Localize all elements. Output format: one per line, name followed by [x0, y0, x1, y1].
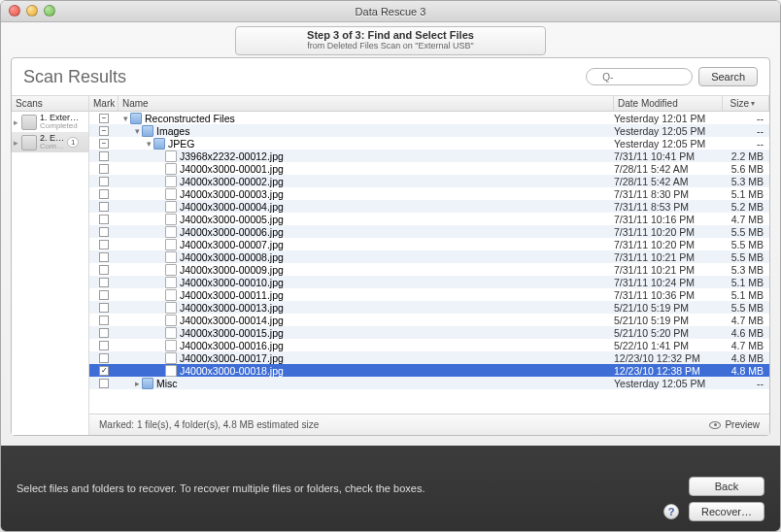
checkbox-icon[interactable]	[99, 379, 109, 388]
checkbox-icon[interactable]	[99, 227, 109, 237]
name-cell[interactable]: J4000x3000-00018.jpg	[119, 365, 614, 377]
name-cell[interactable]: J4000x3000-00011.jpg	[119, 289, 614, 301]
mark-cell[interactable]: −	[89, 114, 119, 123]
col-name[interactable]: Name	[119, 96, 614, 111]
name-cell[interactable]: J4000x3000-00003.jpg	[119, 188, 614, 200]
zoom-icon[interactable]	[44, 5, 55, 17]
table-row[interactable]: − ▾ Images Yesterday 12:05 PM --	[89, 124, 769, 137]
file-rows[interactable]: − ▾ Reconstructed Files Yesterday 12:01 …	[89, 112, 769, 414]
checkbox-icon[interactable]	[99, 202, 109, 212]
mark-cell[interactable]	[89, 379, 119, 388]
name-cell[interactable]: ▾ Images	[119, 125, 614, 137]
mark-cell[interactable]	[89, 303, 119, 313]
checkbox-icon[interactable]	[99, 215, 109, 224]
name-cell[interactable]: J3968x2232-00012.jpg	[119, 150, 614, 162]
table-row[interactable]: ▸ Misc Yesterday 12:05 PM --	[89, 377, 769, 389]
mark-cell[interactable]	[89, 328, 119, 338]
preview-button[interactable]: Preview	[709, 419, 760, 430]
table-row[interactable]: J4000x3000-00015.jpg 5/21/10 5:20 PM 4.6…	[89, 326, 769, 339]
table-row[interactable]: J4000x3000-00011.jpg 7/31/11 10:36 PM 5.…	[89, 288, 769, 301]
scan-item-1[interactable]: ▸ 2. E…Com… 1	[12, 132, 88, 152]
name-cell[interactable]: J4000x3000-00005.jpg	[119, 214, 614, 225]
name-cell[interactable]: ▸ Misc	[119, 378, 614, 389]
checkbox-icon[interactable]: ✓	[99, 366, 109, 376]
name-cell[interactable]: J4000x3000-00007.jpg	[119, 239, 614, 250]
search-button[interactable]: Search	[698, 67, 758, 86]
checkbox-icon[interactable]	[99, 303, 109, 313]
checkbox-icon[interactable]	[99, 353, 109, 363]
checkbox-icon[interactable]	[99, 151, 109, 161]
help-button[interactable]: ?	[663, 504, 679, 519]
mark-cell[interactable]: ✓	[89, 366, 119, 376]
table-row[interactable]: J3968x2232-00012.jpg 7/31/11 10:41 PM 2.…	[89, 150, 769, 162]
name-cell[interactable]: J4000x3000-00013.jpg	[119, 302, 614, 314]
table-row[interactable]: J4000x3000-00004.jpg 7/31/11 8:53 PM 5.2…	[89, 200, 769, 213]
name-cell[interactable]: ▾ Reconstructed Files	[119, 113, 614, 124]
table-row[interactable]: ✓ J4000x3000-00018.jpg 12/23/10 12:38 PM…	[89, 364, 769, 377]
col-size[interactable]: Size▾	[723, 96, 769, 111]
name-cell[interactable]: J4000x3000-00008.jpg	[119, 251, 614, 263]
table-row[interactable]: J4000x3000-00001.jpg 7/28/11 5:42 AM 5.6…	[89, 162, 769, 175]
checkbox-icon[interactable]: −	[99, 114, 109, 123]
table-row[interactable]: − ▾ Reconstructed Files Yesterday 12:01 …	[89, 112, 769, 124]
name-cell[interactable]: J4000x3000-00006.jpg	[119, 226, 614, 238]
table-row[interactable]: J4000x3000-00005.jpg 7/31/11 10:16 PM 4.…	[89, 213, 769, 225]
minimize-icon[interactable]	[26, 5, 38, 17]
table-row[interactable]: J4000x3000-00009.jpg 7/31/11 10:21 PM 5.…	[89, 263, 769, 276]
disclosure-icon[interactable]: ▾	[120, 114, 130, 123]
table-row[interactable]: J4000x3000-00007.jpg 7/31/11 10:20 PM 5.…	[89, 238, 769, 250]
checkbox-icon[interactable]	[99, 328, 109, 338]
name-cell[interactable]: J4000x3000-00014.jpg	[119, 315, 614, 326]
disclosure-icon[interactable]: ▾	[144, 139, 153, 149]
table-row[interactable]: − ▾ JPEG Yesterday 12:05 PM --	[89, 137, 769, 150]
table-row[interactable]: J4000x3000-00008.jpg 7/31/11 10:21 PM 5.…	[89, 250, 769, 263]
name-cell[interactable]: J4000x3000-00016.jpg	[119, 340, 614, 351]
checkbox-icon[interactable]	[99, 316, 109, 325]
name-cell[interactable]: J4000x3000-00001.jpg	[119, 163, 614, 175]
table-row[interactable]: J4000x3000-00010.jpg 7/31/11 10:24 PM 5.…	[89, 276, 769, 288]
mark-cell[interactable]	[89, 265, 119, 275]
mark-cell[interactable]: −	[89, 126, 119, 136]
mark-cell[interactable]	[89, 290, 119, 300]
table-row[interactable]: J4000x3000-00006.jpg 7/31/11 10:20 PM 5.…	[89, 225, 769, 238]
mark-cell[interactable]	[89, 341, 119, 350]
mark-cell[interactable]	[89, 202, 119, 212]
table-row[interactable]: J4000x3000-00002.jpg 7/28/11 5:42 AM 5.3…	[89, 175, 769, 187]
table-row[interactable]: J4000x3000-00014.jpg 5/21/10 5:19 PM 4.7…	[89, 314, 769, 326]
name-cell[interactable]: J4000x3000-00010.jpg	[119, 277, 614, 288]
col-date[interactable]: Date Modified	[614, 96, 723, 111]
table-row[interactable]: J4000x3000-00016.jpg 5/22/10 1:41 PM 4.7…	[89, 339, 769, 351]
mark-cell[interactable]	[89, 215, 119, 224]
name-cell[interactable]: J4000x3000-00015.jpg	[119, 327, 614, 339]
mark-cell[interactable]	[89, 151, 119, 161]
mark-cell[interactable]	[89, 252, 119, 262]
mark-cell[interactable]	[89, 227, 119, 237]
checkbox-icon[interactable]	[99, 252, 109, 262]
checkbox-icon[interactable]	[99, 341, 109, 350]
mark-cell[interactable]	[89, 278, 119, 287]
checkbox-icon[interactable]: −	[99, 139, 109, 149]
mark-cell[interactable]	[89, 189, 119, 199]
mark-cell[interactable]	[89, 316, 119, 325]
checkbox-icon[interactable]	[99, 290, 109, 300]
checkbox-icon[interactable]	[99, 278, 109, 287]
disclosure-icon[interactable]: ▸	[132, 379, 142, 388]
table-row[interactable]: J4000x3000-00003.jpg 7/31/11 8:30 PM 5.1…	[89, 187, 769, 200]
back-button[interactable]: Back	[689, 477, 764, 496]
search-input[interactable]	[586, 68, 693, 85]
checkbox-icon[interactable]: −	[99, 126, 109, 136]
name-cell[interactable]: J4000x3000-00002.jpg	[119, 176, 614, 187]
col-mark[interactable]: Mark	[89, 96, 119, 111]
mark-cell[interactable]: −	[89, 139, 119, 149]
mark-cell[interactable]	[89, 164, 119, 174]
name-cell[interactable]: ▾ JPEG	[119, 138, 614, 150]
mark-cell[interactable]	[89, 177, 119, 186]
checkbox-icon[interactable]	[99, 265, 109, 275]
checkbox-icon[interactable]	[99, 164, 109, 174]
name-cell[interactable]: J4000x3000-00009.jpg	[119, 264, 614, 276]
table-row[interactable]: J4000x3000-00013.jpg 5/21/10 5:19 PM 5.5…	[89, 301, 769, 314]
mark-cell[interactable]	[89, 353, 119, 363]
recover-button[interactable]: Recover…	[689, 502, 764, 521]
mark-cell[interactable]	[89, 240, 119, 249]
checkbox-icon[interactable]	[99, 177, 109, 186]
